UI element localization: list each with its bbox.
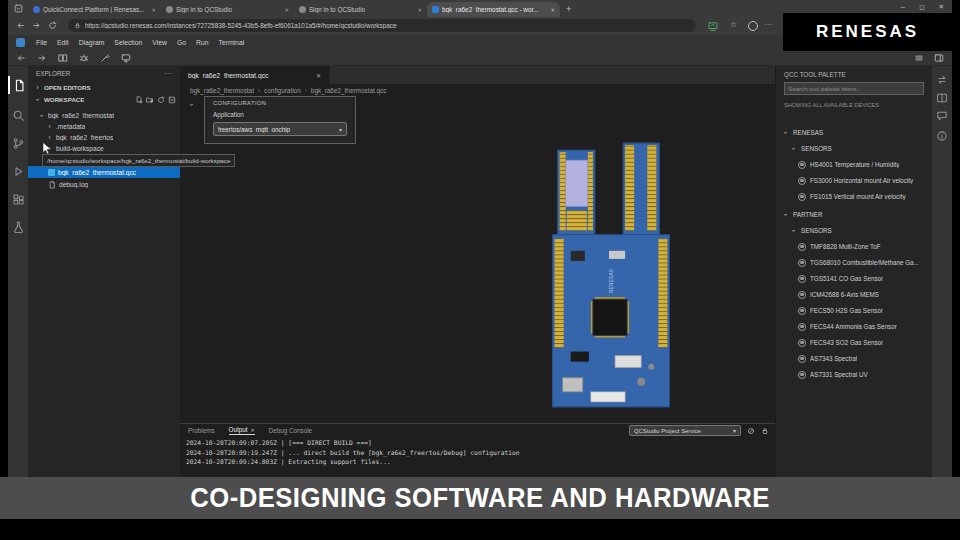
editor-tab-close-icon[interactable] bbox=[316, 72, 321, 79]
activity-explorer[interactable] bbox=[8, 74, 28, 96]
swap-panels-icon[interactable] bbox=[936, 74, 948, 86]
tab-problems[interactable]: Problems bbox=[188, 427, 215, 434]
tab-debug-console[interactable]: Debug Console bbox=[269, 427, 312, 434]
columns-icon[interactable] bbox=[936, 92, 948, 104]
maximize-button[interactable]: ◻ bbox=[919, 3, 924, 11]
file-icon bbox=[48, 181, 56, 189]
open-editors-section[interactable]: OPEN EDITORS bbox=[28, 82, 180, 93]
caption-text: CO-DESIGNING SOFTWARE AND HARDWARE bbox=[190, 483, 770, 514]
browser-menu-icon[interactable]: … bbox=[764, 18, 772, 27]
menu-terminal[interactable]: Terminal bbox=[213, 39, 249, 46]
url-field[interactable]: https://qcstudio.renesas.com/instances/7… bbox=[68, 19, 696, 32]
configuration-title: CONFIGURATION bbox=[213, 100, 266, 106]
nav-back-icon[interactable] bbox=[16, 53, 26, 63]
sensor-icon bbox=[798, 371, 806, 379]
output-close-icon[interactable] bbox=[251, 427, 255, 433]
menu-view[interactable]: View bbox=[147, 39, 172, 46]
palette-item[interactable]: TGS68010 Combustible/Methane Ga... bbox=[776, 256, 933, 269]
activity-test-beaker[interactable] bbox=[8, 216, 28, 238]
output-channel-select[interactable]: QCStudio Project Service bbox=[629, 425, 741, 436]
activity-source-control[interactable] bbox=[8, 132, 28, 154]
tree-item-file[interactable]: debug.log bbox=[28, 179, 180, 190]
collapse-all-icon[interactable] bbox=[168, 96, 176, 104]
palette-item[interactable]: TGS5141 CO Gas Sensor bbox=[776, 272, 933, 285]
tab-close-icon[interactable] bbox=[151, 7, 156, 13]
tab-output[interactable]: Output bbox=[229, 426, 255, 435]
activity-search[interactable] bbox=[8, 104, 28, 126]
refresh-explorer-icon[interactable] bbox=[157, 96, 165, 104]
breadcrumb-item[interactable]: bgk_ra6e2_thermostat.qcc bbox=[311, 87, 387, 94]
palette-section-sensors[interactable]: SENSORS bbox=[776, 142, 933, 155]
menu-go[interactable]: Go bbox=[172, 39, 191, 46]
refresh-icon[interactable] bbox=[48, 21, 57, 30]
palette-item[interactable]: TMF8828 Multi-Zone ToF bbox=[776, 240, 933, 253]
panel-layout-icon[interactable] bbox=[914, 53, 924, 63]
chevron-right-icon bbox=[46, 123, 53, 131]
workspace-section[interactable]: WORKSPACE bbox=[28, 94, 180, 105]
close-button[interactable]: ✕ bbox=[939, 3, 944, 11]
editor-tab-title: bgk_ra6e2_thermostat.qcc bbox=[188, 72, 311, 79]
activity-run-debug[interactable] bbox=[8, 160, 28, 182]
palette-item[interactable]: FECS50 H2S Gas Sensor bbox=[776, 304, 933, 317]
new-file-icon[interactable] bbox=[135, 96, 143, 104]
log-line: 2024-10-28T20:09:24.803Z | Extracting su… bbox=[186, 457, 771, 467]
info-icon[interactable] bbox=[936, 130, 948, 142]
search-placeholder: Search tool palette items... bbox=[788, 85, 861, 92]
minimize-button[interactable]: ─ bbox=[901, 3, 906, 11]
sidebar-toggle-icon[interactable] bbox=[934, 53, 944, 63]
menu-run[interactable]: Run bbox=[191, 39, 213, 46]
menu-edit[interactable]: Edit bbox=[52, 39, 74, 46]
tab-close-icon[interactable] bbox=[284, 7, 289, 13]
explorer-more-icon[interactable]: … bbox=[164, 67, 172, 76]
palette-section-sensors[interactable]: SENSORS bbox=[776, 224, 933, 237]
palette-item[interactable]: FECS44 Ammonia Gas Sensor bbox=[776, 320, 933, 333]
browser-tab[interactable]: QuickConnect Platform | Renesas... bbox=[28, 2, 161, 17]
palette-search-input[interactable]: Search tool palette items... bbox=[784, 82, 924, 95]
debug-icon[interactable] bbox=[79, 53, 89, 63]
activity-extensions[interactable] bbox=[8, 188, 28, 210]
menu-file[interactable]: File bbox=[31, 39, 52, 46]
tree-item-folder[interactable]: bgk_ra6e2_thermostat bbox=[28, 110, 180, 121]
palette-item[interactable]: HS4001 Temperature / Humidity bbox=[776, 158, 933, 171]
screen-share-icon[interactable] bbox=[708, 21, 718, 31]
chat-icon[interactable] bbox=[936, 110, 948, 122]
monitor-icon[interactable] bbox=[121, 53, 131, 63]
breadcrumb-item[interactable]: configuration bbox=[264, 87, 301, 94]
forward-icon[interactable] bbox=[32, 21, 41, 30]
tab-close-icon[interactable] bbox=[550, 7, 555, 13]
application-select[interactable]: freertos/aws_mqtt_onchip bbox=[213, 122, 347, 136]
palette-item[interactable]: AS7343 Spectral bbox=[776, 352, 933, 365]
palette-item[interactable]: FS1015 Vertical mount Air velocity bbox=[776, 190, 933, 203]
editor-tab-active[interactable]: bgk_ra6e2_thermostat.qcc bbox=[180, 66, 330, 84]
tree-item-folder[interactable]: .metadata bbox=[28, 121, 180, 132]
lock-scroll-icon[interactable] bbox=[761, 427, 769, 435]
build-tools-icon[interactable] bbox=[100, 53, 110, 63]
tree-item-file-selected[interactable]: bgk_ra6e2_thermostat.qcc bbox=[28, 166, 180, 178]
browser-tab[interactable]: Sign in to QCStudio bbox=[161, 2, 294, 17]
back-icon[interactable] bbox=[16, 21, 25, 30]
menu-diagram[interactable]: Diagram bbox=[74, 39, 110, 46]
group-label: RENESAS bbox=[793, 129, 823, 136]
palette-item[interactable]: FECS43 SO2 Gas Sensor bbox=[776, 336, 933, 349]
menu-selection[interactable]: Selection bbox=[109, 39, 147, 46]
split-editor-icon[interactable] bbox=[58, 53, 68, 63]
nav-forward-icon[interactable] bbox=[37, 53, 47, 63]
browser-tab-active[interactable]: bgk_ra6e2_thermostat.qcc - wor... bbox=[427, 2, 560, 17]
tab-close-icon[interactable] bbox=[417, 7, 422, 13]
palette-item[interactable]: ICM42688 6-Axis MEMS bbox=[776, 288, 933, 301]
browser-tab[interactable]: Sign in to QCStudio bbox=[294, 2, 427, 17]
tab-search-icon[interactable] bbox=[14, 4, 23, 13]
palette-group-partner[interactable]: PARTNER bbox=[776, 208, 933, 221]
favorites-star-icon[interactable]: ☆ bbox=[730, 20, 737, 29]
section-collapse-icon[interactable] bbox=[188, 101, 195, 109]
palette-group-renesas[interactable]: RENESAS bbox=[776, 126, 933, 139]
breadcrumb-item[interactable]: bgk_ra6e2_thermostat bbox=[190, 87, 254, 94]
profile-avatar[interactable] bbox=[748, 21, 758, 31]
new-tab-button[interactable]: + bbox=[566, 2, 571, 17]
palette-item[interactable]: FS3000 Horizontal mount Air velocity bbox=[776, 174, 933, 187]
sensor-icon bbox=[798, 291, 806, 299]
new-folder-icon[interactable] bbox=[146, 96, 154, 104]
palette-item[interactable]: AS7331 Spectral UV bbox=[776, 368, 933, 381]
tree-item-label: .metadata bbox=[56, 123, 85, 130]
clear-output-icon[interactable] bbox=[747, 427, 755, 435]
